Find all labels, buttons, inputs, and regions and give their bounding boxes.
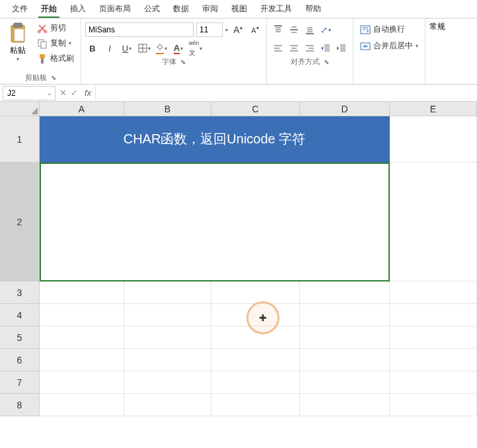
row-header-3[interactable]: 3 bbox=[0, 281, 40, 304]
formula-input[interactable] bbox=[95, 86, 477, 100]
row-header-4[interactable]: 4 bbox=[0, 304, 40, 326]
cell-A1-D1-merged[interactable]: CHAR函数，返回Unicode 字符 bbox=[40, 116, 390, 163]
align-left-button[interactable] bbox=[271, 41, 285, 56]
increase-font-button[interactable]: A▴ bbox=[231, 22, 245, 37]
cell-A7[interactable] bbox=[40, 371, 124, 394]
phonetic-button[interactable]: wén文▾ bbox=[188, 41, 203, 56]
cell-B7[interactable] bbox=[124, 371, 211, 394]
cell-D4[interactable] bbox=[300, 304, 390, 326]
cell-A2-D2-merged[interactable] bbox=[40, 163, 390, 281]
fx-icon[interactable]: fx bbox=[85, 88, 91, 98]
decrease-font-button[interactable]: A▾ bbox=[248, 22, 262, 37]
paste-button[interactable]: 粘贴 ▾ bbox=[4, 21, 32, 62]
col-header-D[interactable]: D bbox=[300, 102, 390, 116]
menu-formulas[interactable]: 公式 bbox=[137, 1, 166, 17]
border-button[interactable]: ▾ bbox=[137, 41, 151, 56]
col-header-E[interactable]: E bbox=[390, 102, 477, 116]
cell-D3[interactable] bbox=[300, 281, 390, 304]
cell-B5[interactable] bbox=[124, 326, 211, 349]
bold-button[interactable]: B bbox=[85, 41, 100, 56]
font-name-select[interactable] bbox=[85, 22, 194, 37]
menu-insert[interactable]: 插入 bbox=[63, 1, 92, 17]
cell-E8[interactable] bbox=[390, 394, 477, 416]
orientation-button[interactable]: ⤢▾ bbox=[318, 22, 333, 37]
menu-view[interactable]: 视图 bbox=[225, 1, 254, 17]
cell-A4[interactable] bbox=[40, 304, 124, 326]
align-dialog-launcher[interactable]: ⬊ bbox=[324, 58, 329, 65]
cell-E7[interactable] bbox=[390, 371, 477, 394]
row-header-6[interactable]: 6 bbox=[0, 349, 40, 371]
format-painter-button[interactable]: 格式刷 bbox=[34, 52, 77, 65]
cell-D5[interactable] bbox=[300, 326, 390, 349]
accept-formula-button[interactable]: ✓ bbox=[71, 88, 78, 98]
font-dialog-launcher[interactable]: ⬊ bbox=[180, 58, 186, 65]
align-bottom-button[interactable] bbox=[303, 22, 317, 37]
cell-E3[interactable] bbox=[390, 281, 477, 304]
row-header-8[interactable]: 8 bbox=[0, 394, 40, 416]
row-header-7[interactable]: 7 bbox=[0, 371, 40, 394]
merge-center-button[interactable]: 合并后居中 ▾ bbox=[357, 39, 421, 53]
row-header-2[interactable]: 2 bbox=[0, 163, 40, 281]
menu-data[interactable]: 数据 bbox=[166, 1, 196, 17]
cell-E5[interactable] bbox=[390, 326, 477, 349]
cell-E4[interactable] bbox=[390, 304, 477, 326]
cell-D6[interactable] bbox=[300, 349, 390, 371]
cell-E2[interactable] bbox=[390, 163, 477, 281]
menu-file[interactable]: 文件 bbox=[5, 1, 34, 17]
outdent-icon bbox=[320, 43, 331, 54]
select-all-corner[interactable] bbox=[0, 102, 40, 116]
decrease-indent-button[interactable] bbox=[318, 41, 333, 56]
name-box[interactable]: J2 ⌄ bbox=[3, 86, 55, 100]
row-header-1[interactable]: 1 bbox=[0, 116, 40, 163]
menu-help[interactable]: 帮助 bbox=[299, 1, 328, 17]
cancel-formula-button[interactable]: ✕ bbox=[59, 88, 67, 98]
align-right-button[interactable] bbox=[303, 41, 317, 56]
font-size-select[interactable] bbox=[196, 22, 223, 37]
cell-C5[interactable] bbox=[211, 326, 300, 349]
copy-button[interactable]: 复制 ▾ bbox=[34, 36, 77, 50]
font-color-button[interactable]: A▾ bbox=[171, 41, 186, 56]
cell-C4[interactable] bbox=[211, 304, 300, 326]
cell-E6[interactable] bbox=[390, 349, 477, 371]
cell-A5[interactable] bbox=[40, 326, 124, 349]
menu-home[interactable]: 开始 bbox=[34, 1, 63, 17]
cell-A3[interactable] bbox=[40, 281, 124, 304]
ribbon-group-align: ⤢▾ 对齐方式 ⬊ bbox=[267, 19, 353, 84]
col-header-C[interactable]: C bbox=[211, 102, 300, 116]
col-header-B[interactable]: B bbox=[124, 102, 211, 116]
cell-D8[interactable] bbox=[300, 394, 390, 416]
cell-C7[interactable] bbox=[211, 371, 300, 394]
align-top-button[interactable] bbox=[271, 22, 285, 37]
number-format-label[interactable]: 常规 bbox=[429, 22, 445, 31]
cell-B3[interactable] bbox=[124, 281, 211, 304]
row-header-5[interactable]: 5 bbox=[0, 326, 40, 349]
cell-D7[interactable] bbox=[300, 371, 390, 394]
col-header-A[interactable]: A bbox=[40, 102, 124, 116]
cut-button[interactable]: 剪切 bbox=[34, 21, 77, 35]
menu-developer[interactable]: 开发工具 bbox=[254, 1, 299, 17]
menu-page-layout[interactable]: 页面布局 bbox=[92, 1, 137, 17]
cell-A8[interactable] bbox=[40, 394, 124, 416]
ribbon: 粘贴 ▾ 剪切 复制 ▾ 格式刷 剪贴板 ⬊ bbox=[0, 19, 477, 85]
cell-B6[interactable] bbox=[124, 349, 211, 371]
fill-color-button[interactable]: ▾ bbox=[154, 41, 168, 56]
align-middle-button[interactable] bbox=[287, 22, 301, 37]
cell-A6[interactable] bbox=[40, 349, 124, 371]
cell-B8[interactable] bbox=[124, 394, 211, 416]
cell-C3[interactable] bbox=[211, 281, 300, 304]
clipboard-group-label: 剪贴板 bbox=[25, 73, 47, 83]
wrap-text-button[interactable]: 自动换行 bbox=[357, 22, 421, 36]
underline-button[interactable]: U▾ bbox=[120, 41, 134, 56]
menu-review[interactable]: 审阅 bbox=[196, 1, 225, 17]
cell-B4[interactable] bbox=[124, 304, 211, 326]
cell-C6[interactable] bbox=[211, 349, 300, 371]
merge-center-label: 合并后居中 bbox=[373, 40, 413, 52]
chevron-down-icon[interactable]: ⌄ bbox=[47, 90, 55, 96]
cell-E1[interactable] bbox=[390, 116, 477, 163]
border-icon bbox=[138, 44, 147, 53]
align-center-button[interactable] bbox=[287, 41, 301, 56]
increase-indent-button[interactable] bbox=[334, 41, 349, 56]
cell-C8[interactable] bbox=[211, 394, 300, 416]
italic-button[interactable]: I bbox=[102, 41, 117, 56]
clipboard-dialog-launcher[interactable]: ⬊ bbox=[51, 74, 56, 81]
